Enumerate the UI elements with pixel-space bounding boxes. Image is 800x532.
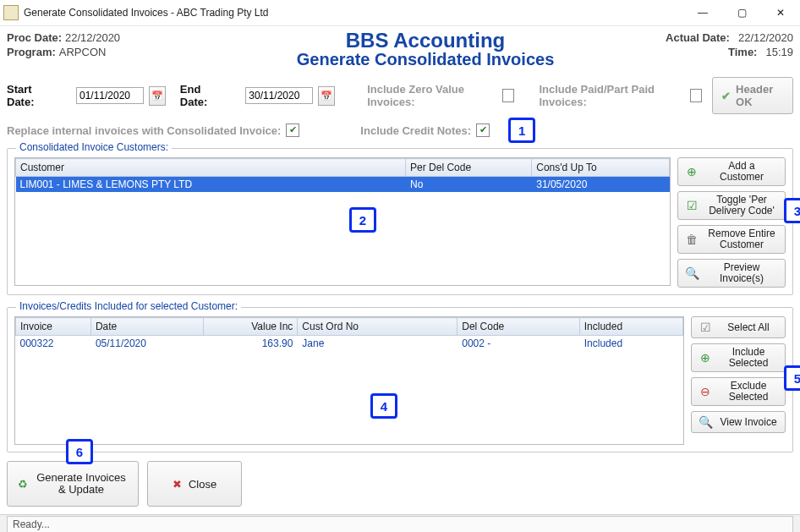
program-value: ARPCON bbox=[59, 46, 107, 58]
exclude-selected-button[interactable]: ⊖ Exclude Selected bbox=[691, 377, 786, 406]
callout-1: 1 bbox=[508, 118, 535, 143]
select-all-label: Select All bbox=[719, 322, 778, 333]
checkbox-icon: ☑ bbox=[699, 321, 712, 334]
invoices-col-included[interactable]: Included bbox=[579, 318, 682, 336]
table-row[interactable]: 000322 05/11/2020 163.90 Jane 0002 - Inc… bbox=[16, 336, 683, 352]
callout-6: 6 bbox=[66, 439, 93, 464]
cell-value: 163.90 bbox=[204, 336, 298, 352]
cell-date: 05/11/2020 bbox=[90, 336, 203, 352]
end-date-input[interactable] bbox=[245, 87, 313, 104]
invoices-col-value[interactable]: Value Inc bbox=[204, 318, 298, 336]
preview-invoices-button[interactable]: 🔍 Preview Invoice(s) bbox=[677, 259, 786, 288]
cell-delcode: 0002 - bbox=[458, 336, 579, 352]
replace-internal-checkbox[interactable] bbox=[286, 123, 299, 137]
proc-date-label: Proc Date: bbox=[7, 31, 62, 44]
include-paid-checkbox[interactable] bbox=[690, 89, 702, 102]
invoices-col-date[interactable]: Date bbox=[90, 318, 203, 336]
minimize-button[interactable]: — bbox=[683, 0, 722, 25]
select-all-button[interactable]: ☑ Select All bbox=[691, 316, 786, 338]
include-zero-checkbox[interactable] bbox=[502, 89, 514, 102]
invoices-col-delcode[interactable]: Del Code bbox=[458, 318, 579, 336]
magnifier-icon: 🔍 bbox=[685, 266, 699, 280]
end-date-calendar-button[interactable]: 📅 bbox=[318, 86, 335, 106]
actual-date-label: Actual Date: bbox=[666, 31, 730, 44]
view-invoice-label: View Invoice bbox=[719, 417, 778, 428]
customers-group-title: Consolidated Invoice Customers: bbox=[16, 141, 172, 153]
callout-3: 3 bbox=[784, 198, 800, 223]
cell-consd: 31/05/2020 bbox=[532, 177, 670, 193]
check-icon: ✔ bbox=[721, 90, 731, 102]
cell-included: Included bbox=[579, 336, 682, 352]
remove-customer-label: Remove Entire Customer bbox=[705, 228, 778, 250]
generate-invoices-button[interactable]: ♻ Generate Invoices & Update bbox=[7, 461, 139, 507]
close-button[interactable]: ✖ Close bbox=[147, 461, 242, 507]
header-ok-label: Header OK bbox=[736, 83, 784, 108]
header-ok-button[interactable]: ✔ Header OK bbox=[712, 77, 793, 114]
end-date-label: End Date: bbox=[180, 83, 225, 108]
include-selected-label: Include Selected bbox=[719, 347, 778, 369]
invoices-col-invoice[interactable]: Invoice bbox=[16, 318, 91, 336]
toggle-delivery-code-label: Toggle 'Per Delivery Code' bbox=[705, 195, 778, 217]
minus-circle-icon: ⊖ bbox=[699, 385, 712, 398]
cell-custord: Jane bbox=[298, 336, 458, 352]
actual-date-value: 22/12/2020 bbox=[738, 31, 793, 44]
customers-col-customer[interactable]: Customer bbox=[16, 159, 406, 177]
cell-perdel: No bbox=[406, 177, 532, 193]
app-icon bbox=[3, 5, 19, 20]
start-date-label: Start Date: bbox=[7, 83, 56, 108]
customers-col-perdel[interactable]: Per Del Code bbox=[406, 159, 532, 177]
checkbox-icon: ☑ bbox=[685, 199, 699, 212]
window-title: Generate Consolidated Invoices - ABC Tra… bbox=[24, 7, 683, 19]
invoices-group: Invoices/Credits Included for selected C… bbox=[7, 307, 793, 452]
customers-group: Consolidated Invoice Customers: Customer… bbox=[7, 148, 793, 295]
invoices-table[interactable]: Invoice Date Value Inc Cust Ord No Del C… bbox=[15, 317, 683, 351]
plus-circle-icon: ⊕ bbox=[699, 351, 712, 365]
refresh-icon: ♻ bbox=[18, 478, 28, 491]
customers-table[interactable]: Customer Per Del Code Cons'd Up To LIM00… bbox=[15, 158, 670, 192]
invoices-col-custord[interactable]: Cust Ord No bbox=[298, 318, 458, 336]
start-date-input[interactable] bbox=[76, 87, 144, 104]
add-customer-button[interactable]: ⊕ Add a Customer bbox=[677, 157, 786, 186]
page-title: Generate Consolidated Invoices bbox=[227, 51, 624, 69]
app-title: BBS Accounting bbox=[227, 30, 624, 51]
include-selected-button[interactable]: ⊕ Include Selected bbox=[691, 343, 786, 372]
proc-date-value: 22/12/2020 bbox=[65, 31, 120, 44]
plus-circle-icon: ⊕ bbox=[685, 165, 699, 178]
window-body: Proc Date: 22/12/2020 Program: ARPCON BB… bbox=[0, 26, 800, 514]
callout-5: 5 bbox=[784, 365, 800, 391]
remove-customer-button[interactable]: 🗑 Remove Entire Customer bbox=[677, 225, 786, 254]
start-date-calendar-button[interactable]: 📅 bbox=[149, 86, 166, 106]
time-label: Time: bbox=[728, 46, 757, 58]
trash-icon: 🗑 bbox=[685, 233, 699, 246]
add-customer-label: Add a Customer bbox=[705, 161, 778, 183]
status-text-container: Ready... bbox=[7, 516, 793, 533]
callout-2: 2 bbox=[349, 207, 376, 233]
generate-invoices-label: Generate Invoices & Update bbox=[35, 472, 128, 496]
table-row[interactable]: LIM001 - LIMES & LEMONS PTY LTD No 31/05… bbox=[16, 177, 670, 193]
include-zero-label: Include Zero Value Invoices: bbox=[367, 83, 496, 108]
replace-internal-label: Replace internal invoices with Consolida… bbox=[7, 124, 281, 137]
maximize-button[interactable]: ▢ bbox=[722, 0, 761, 25]
window-controls: — ▢ ✕ bbox=[683, 0, 800, 25]
preview-invoices-label: Preview Invoice(s) bbox=[705, 262, 778, 284]
close-window-button[interactable]: ✕ bbox=[761, 0, 800, 25]
magnifier-icon: 🔍 bbox=[699, 415, 712, 429]
customers-col-consd[interactable]: Cons'd Up To bbox=[532, 159, 670, 177]
status-text: Ready... bbox=[13, 518, 50, 530]
view-invoice-button[interactable]: 🔍 View Invoice bbox=[691, 411, 786, 433]
cell-invoice: 000322 bbox=[16, 336, 91, 352]
time-value: 15:19 bbox=[765, 46, 793, 58]
close-icon: ✖ bbox=[173, 478, 182, 491]
title-bar: Generate Consolidated Invoices - ABC Tra… bbox=[0, 0, 800, 26]
invoices-group-title: Invoices/Credits Included for selected C… bbox=[16, 300, 241, 312]
include-paid-label: Include Paid/Part Paid Invoices: bbox=[539, 83, 684, 108]
toggle-delivery-code-button[interactable]: ☑ Toggle 'Per Delivery Code' bbox=[677, 191, 786, 220]
cell-customer: LIM001 - LIMES & LEMONS PTY LTD bbox=[16, 177, 406, 193]
exclude-selected-label: Exclude Selected bbox=[719, 381, 778, 403]
include-credit-label: Include Credit Notes: bbox=[360, 124, 471, 137]
close-label: Close bbox=[189, 478, 216, 491]
include-credit-checkbox[interactable] bbox=[476, 123, 490, 137]
callout-4: 4 bbox=[370, 393, 397, 419]
status-bar: Ready... bbox=[0, 514, 800, 532]
program-label: Program: bbox=[7, 46, 56, 58]
